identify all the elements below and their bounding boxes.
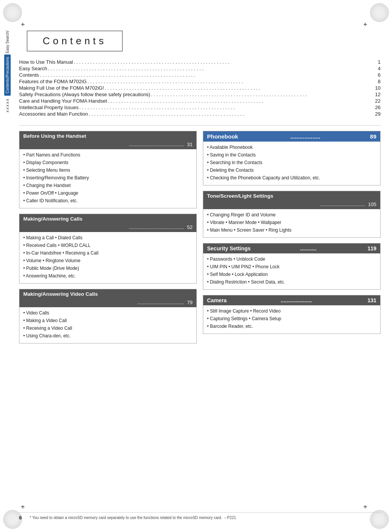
section-item: • Inserting/Removing the Battery bbox=[23, 174, 193, 181]
contents-title-box: Contents bbox=[27, 31, 123, 52]
section-item: • UIM PIN • UIM PIN2 • Phone Lock bbox=[207, 263, 376, 270]
sidebar-label-easy-search: Easy Search/ bbox=[5, 31, 10, 53]
security-items: • Passwords • Unblock Code• UIM PIN • UI… bbox=[203, 253, 380, 289]
section-item: • Dialing Restriction • Secret Data, etc… bbox=[207, 279, 376, 285]
section-item: • Receiving a Video Call bbox=[23, 325, 193, 332]
section-item: • Video Calls bbox=[23, 310, 193, 316]
section-item: • Capturing Settings • Camera Setup bbox=[207, 315, 376, 322]
section-item: • Vibrate • Manner Mode • Wallpaper bbox=[207, 219, 376, 226]
section-item: • Part Names and Functions bbox=[23, 152, 193, 158]
footer-note: * You need to obtain a microSD memory ca… bbox=[30, 516, 236, 520]
section-divider bbox=[19, 125, 381, 126]
phonebook-items: • Available Phonebook• Saving in the Con… bbox=[203, 142, 380, 185]
section-item: • Making a Video Call bbox=[23, 317, 193, 324]
sections-grid: Before Using the Handset ...............… bbox=[19, 131, 381, 343]
making-video-title: Making/Answering Video Calls bbox=[19, 289, 196, 299]
corner-decoration-tr bbox=[370, 3, 389, 22]
before-handset-title: Before Using the Handset bbox=[19, 131, 196, 141]
section-item: • Available Phonebook bbox=[207, 144, 376, 151]
page-title: Contents bbox=[43, 35, 107, 47]
section-making-calls: Making/Answering Calls .................… bbox=[19, 214, 197, 284]
toc-item: Making Full Use of the FOMA M702iG!. . .… bbox=[19, 85, 381, 91]
section-item: • Received Calls • WORLD CALL bbox=[23, 242, 193, 249]
section-item: • Power On/Off • Language bbox=[23, 190, 193, 197]
section-item: • Caller ID Notification, etc. bbox=[23, 197, 193, 204]
section-making-video: Making/Answering Video Calls ...........… bbox=[19, 289, 197, 343]
section-item: • In-Car Handsfree • Receiving a Call bbox=[23, 250, 193, 256]
section-item: • Barcode Reader, etc. bbox=[207, 323, 376, 330]
toc-item: Easy Search. . . . . . . . . . . . . . .… bbox=[19, 66, 381, 71]
making-video-items: • Video Calls• Making a Video Call• Rece… bbox=[19, 307, 196, 343]
sidebar-label-contents: Contents/Precautions bbox=[4, 55, 11, 96]
toc-item: How to Use This Manual. . . . . . . . . … bbox=[19, 59, 381, 65]
phonebook-header: Phonebook ................... 89 bbox=[203, 131, 380, 142]
section-item: • Main Menu • Screen Saver • Ring Lights bbox=[207, 227, 376, 234]
page-footer: 6 * You need to obtain a microSD memory … bbox=[19, 512, 381, 521]
crosshair-tr: + bbox=[363, 21, 371, 29]
toc-item: Accessories and Main Function. . . . . .… bbox=[19, 111, 381, 117]
section-item: • Deleting the Contacts bbox=[207, 167, 376, 174]
before-handset-items: • Part Names and Functions• Display Comp… bbox=[19, 149, 196, 208]
security-title: Security Settings ........... 119 bbox=[203, 243, 380, 253]
camera-title: Camera ..................... 131 bbox=[203, 295, 380, 305]
toc-item: Contents. . . . . . . . . . . . . . . . … bbox=[19, 72, 381, 78]
left-column: Before Using the Handset ...............… bbox=[19, 131, 197, 343]
section-item: • Passwords • Unblock Code bbox=[207, 256, 376, 263]
section-item: • Answering Machine, etc. bbox=[23, 272, 193, 279]
corner-decoration-tl bbox=[3, 3, 22, 22]
making-video-number: .................................. 79 bbox=[19, 299, 196, 307]
toc-item: Safety Precautions (Always follow these … bbox=[19, 92, 381, 97]
toc-list: How to Use This Manual. . . . . . . . . … bbox=[19, 59, 381, 117]
section-item: • Saving in the Contacts bbox=[207, 152, 376, 158]
section-item: • Searching in the Contacts bbox=[207, 159, 376, 166]
section-item: • Still Image Capture • Record Video bbox=[207, 308, 376, 314]
crosshair-tl: + bbox=[21, 21, 29, 29]
making-calls-number: ........................................… bbox=[19, 224, 196, 232]
right-column: Phonebook ................... 89 • Avail… bbox=[203, 131, 381, 343]
making-calls-items: • Making a Call • Dialed Calls• Received… bbox=[19, 232, 196, 283]
main-content: Contents How to Use This Manual. . . . .… bbox=[19, 0, 381, 366]
section-item: • Changing Ringer ID and Volume bbox=[207, 211, 376, 218]
section-security: Security Settings ........... 119 • Pass… bbox=[203, 243, 381, 290]
section-camera: Camera ..................... 131 • Still… bbox=[203, 295, 381, 334]
crosshair-br: + bbox=[363, 503, 371, 511]
section-phonebook: Phonebook ................... 89 • Avail… bbox=[203, 131, 381, 185]
section-item: • Making a Call • Dialed Calls bbox=[23, 234, 193, 241]
section-item: • Checking the Phonebook Capacity and Ut… bbox=[207, 174, 376, 181]
before-handset-number: ........................................… bbox=[19, 141, 196, 149]
section-before-handset: Before Using the Handset ...............… bbox=[19, 131, 197, 208]
section-item: • Volume • Ringtone Volume bbox=[23, 257, 193, 264]
section-item: • Public Mode (Drive Mode) bbox=[23, 265, 193, 272]
toc-item: Intellectual Property Issues. . . . . . … bbox=[19, 105, 381, 110]
section-item: • Using Chara-den, etc. bbox=[23, 332, 193, 339]
camera-items: • Still Image Capture • Record Video• Ca… bbox=[203, 305, 380, 334]
toc-item: Care and Handling Your FOMA Handset. . .… bbox=[19, 98, 381, 104]
section-item: • Selecting Menu Items bbox=[23, 167, 193, 174]
section-item: • Charging the Handset bbox=[23, 182, 193, 189]
section-item: • Self Mode • Lock Application bbox=[207, 271, 376, 278]
tone-screen-items: • Changing Ringer ID and Volume• Vibrate… bbox=[203, 209, 380, 237]
sidebar-label-xxxxx: xxxxx bbox=[5, 98, 10, 113]
section-tone-screen: Tone/Screen/Light Settings .............… bbox=[203, 191, 381, 238]
sidebar: Easy Search/ Contents/Precautions xxxxx bbox=[0, 31, 14, 113]
making-calls-title: Making/Answering Calls bbox=[19, 214, 196, 224]
tone-screen-number: ................................. 105 bbox=[203, 201, 380, 209]
section-item: • Display Components bbox=[23, 159, 193, 166]
crosshair-bl: + bbox=[21, 503, 29, 511]
tone-screen-title: Tone/Screen/Light Settings bbox=[203, 191, 380, 201]
page-number: 6 bbox=[19, 515, 26, 521]
toc-item: Features of the FOMA M702iG. . . . . . .… bbox=[19, 79, 381, 84]
